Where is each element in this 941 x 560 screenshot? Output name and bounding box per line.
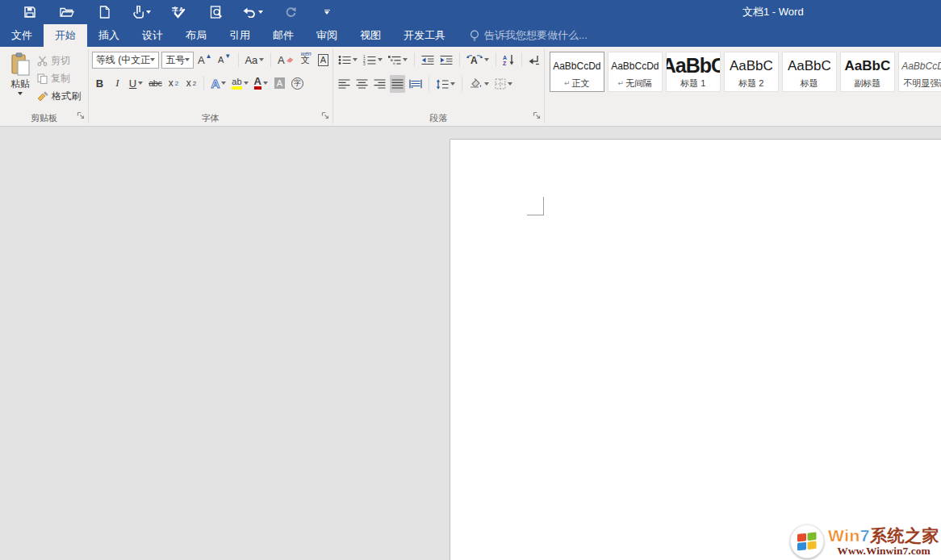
scissors-icon	[37, 56, 48, 66]
tab-layout[interactable]: 布局	[174, 24, 218, 47]
tab-references[interactable]: 引用	[218, 24, 261, 47]
distribute-icon	[409, 79, 422, 89]
style-subtle-emphasis[interactable]: AaBbCcDd 不明显强调	[898, 52, 941, 92]
align-left-button[interactable]	[337, 75, 352, 93]
tab-view[interactable]: 视图	[349, 24, 392, 47]
phonetic-icon: wén文	[301, 56, 310, 64]
ribbon: 粘贴 剪切 复制 格式刷 剪贴板	[0, 47, 941, 127]
increase-indent-button[interactable]	[438, 51, 454, 69]
shrink-arrow: ▼	[224, 52, 231, 60]
paragraph-dialog-launcher[interactable]	[533, 108, 541, 123]
style-sample: AaBbC	[725, 55, 778, 77]
shading-glyph: A	[274, 77, 285, 89]
line-spacing-button[interactable]	[434, 75, 457, 93]
character-border-button[interactable]: A	[316, 51, 331, 69]
style-normal[interactable]: AaBbCcDd ↵正文	[550, 52, 604, 92]
style-label: ↵无间隔	[609, 77, 662, 90]
tab-design[interactable]: 设计	[131, 24, 174, 47]
undo-button[interactable]	[234, 2, 271, 22]
redo-button-disabled[interactable]	[271, 2, 308, 22]
justify-button-selected[interactable]	[390, 75, 405, 93]
style-sample: AaBbC	[783, 55, 836, 77]
shrink-font-button[interactable]: A▼	[216, 51, 233, 69]
show-hide-marks-button[interactable]	[527, 51, 542, 69]
style-heading-1[interactable]: AaBbC 标题 1	[666, 52, 721, 92]
strikethrough-button[interactable]: abc	[147, 74, 163, 92]
text-effects-glyph: A	[211, 77, 220, 90]
bullets-button[interactable]	[337, 51, 359, 69]
tab-developer[interactable]: 开发工具	[392, 24, 457, 47]
font-color-button[interactable]: A	[253, 74, 270, 92]
asian-layout-button[interactable]: A	[465, 51, 491, 69]
tab-insert[interactable]: 插入	[87, 24, 131, 47]
style-subtitle[interactable]: AaBbC 副标题	[840, 52, 895, 92]
customize-quick-access-button[interactable]	[308, 2, 345, 22]
tab-review[interactable]: 审阅	[305, 24, 349, 47]
style-title[interactable]: AaBbC 标题	[782, 52, 837, 92]
justify-icon	[391, 79, 404, 89]
style-sample: AaBbC	[841, 55, 894, 77]
format-painter-label: 格式刷	[52, 90, 81, 103]
clear-formatting-button[interactable]: A	[276, 51, 295, 69]
borders-button[interactable]	[493, 75, 514, 93]
subscript-button[interactable]: x2	[165, 74, 181, 92]
paste-icon	[10, 52, 31, 77]
grow-font-button[interactable]: A▲	[196, 51, 214, 69]
watermark: Win7系统之家 Www.Winwin7.com	[790, 524, 939, 558]
paragraph-marks-icon	[529, 55, 540, 65]
font-dialog-launcher[interactable]	[321, 108, 329, 123]
shrink-font-glyph: A	[218, 55, 224, 65]
new-document-button[interactable]	[86, 2, 123, 22]
character-shading-button[interactable]: A	[272, 74, 287, 92]
phonetic-guide-button[interactable]: wén文	[298, 51, 313, 69]
change-case-button[interactable]: Aa	[244, 51, 266, 69]
paste-button[interactable]: 粘贴	[3, 51, 37, 110]
svg-text:A: A	[503, 55, 507, 61]
enclose-characters-button[interactable]: 字	[290, 74, 305, 92]
underline-button[interactable]: U	[128, 74, 144, 92]
sort-button[interactable]: AZ	[501, 51, 517, 69]
new-document-icon	[99, 6, 110, 19]
font-color-glyph: A	[254, 77, 261, 90]
svg-text:字: 字	[172, 6, 178, 14]
copy-button[interactable]: 复制	[37, 69, 81, 87]
align-center-button[interactable]	[354, 75, 370, 93]
clear-formatting-glyph: A	[278, 54, 285, 66]
superscript-button[interactable]: x2	[183, 74, 199, 92]
shading-button[interactable]	[467, 75, 491, 93]
decrease-indent-button[interactable]	[420, 51, 436, 69]
format-painter-button[interactable]: 格式刷	[37, 87, 81, 105]
open-button[interactable]	[48, 2, 86, 22]
tell-me-box[interactable]: 告诉我您想要做什么...	[470, 24, 588, 47]
spelling-grammar-button[interactable]: 字A	[160, 2, 197, 22]
tab-mailings[interactable]: 邮件	[261, 24, 305, 47]
font-size-combobox[interactable]: 五号	[161, 52, 194, 69]
print-preview-button[interactable]	[197, 2, 234, 22]
font-name-combobox[interactable]: 等线 (中文正文	[92, 52, 159, 69]
style-heading-2[interactable]: AaBbC 标题 2	[724, 52, 779, 92]
numbering-button[interactable]: 123	[362, 51, 384, 69]
mini-separator	[203, 76, 204, 90]
italic-button[interactable]: I	[110, 74, 125, 92]
cut-button[interactable]: 剪切	[37, 52, 81, 69]
grow-arrow: ▲	[206, 52, 212, 60]
distribute-button[interactable]	[408, 75, 424, 93]
bold-button[interactable]: B	[92, 74, 107, 92]
align-right-button[interactable]	[372, 75, 387, 93]
tab-file[interactable]: 文件	[0, 24, 44, 47]
format-painter-icon	[37, 91, 48, 102]
text-effects-button[interactable]: A	[209, 74, 228, 92]
document-page[interactable]	[450, 139, 941, 560]
tab-home[interactable]: 开始	[44, 24, 87, 47]
lightbulb-icon	[470, 30, 479, 42]
svg-text:A: A	[470, 55, 478, 65]
text-highlight-button[interactable]: ab	[230, 74, 249, 92]
multilevel-list-button[interactable]	[387, 51, 409, 69]
redo-icon	[284, 6, 296, 19]
clipboard-dialog-launcher[interactable]	[77, 108, 85, 123]
touch-mouse-mode-button[interactable]	[123, 2, 160, 22]
ribbon-tab-bar: 文件 开始 插入 设计 布局 引用 邮件 审阅 视图 开发工具 告诉我您想要做什…	[0, 24, 941, 47]
style-no-spacing[interactable]: AaBbCcDd ↵无间隔	[608, 52, 663, 92]
paste-dropdown-caret	[18, 92, 23, 95]
save-button[interactable]	[11, 2, 48, 22]
